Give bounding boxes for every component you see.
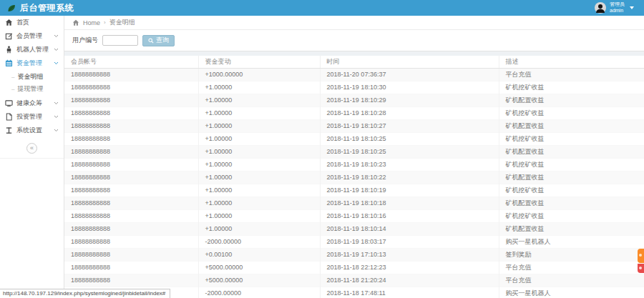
cell-time: 2018-11-19 18:10:25 bbox=[320, 145, 499, 158]
table-row: 18888888888+1000.000002018-11-20 07:36:3… bbox=[64, 68, 644, 81]
sidebar-item-funds[interactable]: 资金管理 bbox=[0, 56, 64, 70]
sidebar-item-label: 机器人管理 bbox=[16, 45, 49, 54]
cell-account: 18888888888 bbox=[64, 81, 198, 94]
cell-account: 18888888888 bbox=[64, 94, 198, 106]
sidebar-item-robots[interactable]: 机器人管理 bbox=[0, 43, 64, 56]
sidebar-item-label: 会员管理 bbox=[16, 31, 42, 41]
app-title: 后台管理系统 bbox=[20, 2, 74, 14]
avatar bbox=[595, 2, 606, 14]
cell-account: 18888888888 bbox=[64, 248, 198, 261]
cell-description: 购买一星机器人 bbox=[499, 235, 644, 248]
sidebar-collapse-button[interactable]: « bbox=[26, 143, 37, 154]
sidebar-subitem-fund-details[interactable]: 资金明细 bbox=[0, 71, 64, 83]
column-header: 资金变动 bbox=[198, 56, 320, 68]
sidebar-subitem-label: 提现管理 bbox=[17, 84, 43, 94]
cell-description: 矿机挖矿收益 bbox=[499, 81, 644, 94]
cell-time: 2018-11-19 18:10:19 bbox=[320, 184, 499, 197]
cell-description: 平台充值 bbox=[499, 261, 644, 274]
column-header: 时间 bbox=[320, 56, 499, 68]
cell-time: 2018-11-19 18:10:18 bbox=[320, 197, 499, 209]
sidebar-item-settings[interactable]: 系统设置 bbox=[0, 124, 64, 137]
cell-time: 2018-11-18 22:12:23 bbox=[320, 261, 499, 274]
column-header: 描述 bbox=[499, 56, 644, 68]
service-widget-red-tab[interactable] bbox=[638, 264, 644, 273]
cell-time: 2018-11-19 18:10:23 bbox=[320, 158, 499, 171]
cell-account: 18888888888 bbox=[64, 145, 198, 158]
cell-time: 2018-11-19 18:10:30 bbox=[320, 81, 499, 94]
sidebar-item-label: 资金管理 bbox=[16, 59, 42, 68]
chevron-down-icon bbox=[54, 34, 59, 38]
robot-icon bbox=[5, 46, 13, 54]
cell-description: 矿机配置收益 bbox=[499, 171, 644, 184]
table-body: 18888888888+1000.000002018-11-20 07:36:3… bbox=[64, 68, 644, 298]
cell-account: 18888888888 bbox=[64, 158, 198, 171]
sidebar-item-label: 首页 bbox=[16, 18, 29, 27]
search-label: 用户编号 bbox=[72, 36, 98, 45]
calendar-icon bbox=[5, 59, 13, 67]
sidebar-item-home[interactable]: 首页 bbox=[0, 16, 64, 29]
caret-down-icon bbox=[630, 6, 634, 9]
cell-time: 2018-11-19 18:10:28 bbox=[320, 106, 499, 119]
cell-amount: +1000.00000 bbox=[198, 68, 320, 81]
cell-description: 平台充值 bbox=[499, 68, 644, 81]
cell-account: 18888888888 bbox=[64, 197, 198, 209]
cell-description: 矿机挖矿收益 bbox=[499, 158, 644, 171]
sidebar-item-label: 健康众筹 bbox=[16, 99, 42, 108]
home-icon bbox=[5, 19, 13, 26]
leaf-icon bbox=[6, 4, 16, 13]
fund-details-table: 会员帐号资金变动时间描述 18888888888+1000.000002018-… bbox=[64, 56, 644, 298]
table-row: 18888888888+0.001002018-11-19 17:10:13签到… bbox=[64, 248, 644, 261]
table-row: 18888888888+1.000002018-11-19 18:10:16矿机… bbox=[64, 209, 644, 222]
cell-amount: +1.00000 bbox=[198, 145, 320, 158]
sidebar-item-investments[interactable]: 投资管理 bbox=[0, 110, 64, 124]
cell-description: 平台充值 bbox=[499, 274, 644, 287]
cell-amount: +1.00000 bbox=[198, 81, 320, 94]
cell-amount: +1.00000 bbox=[198, 222, 320, 235]
search-button[interactable]: 查询 bbox=[142, 35, 175, 46]
breadcrumb-current: 资金明细 bbox=[109, 18, 135, 27]
tv-icon bbox=[5, 99, 13, 107]
cell-time: 2018-11-19 18:10:22 bbox=[320, 171, 499, 184]
cell-description: 矿机配置收益 bbox=[499, 145, 644, 158]
cell-description: 矿机配置收益 bbox=[499, 197, 644, 209]
cell-amount: +1.00000 bbox=[198, 158, 320, 171]
breadcrumb: Home › 资金明细 bbox=[64, 16, 644, 30]
sidebar-item-crowdfunding[interactable]: 健康众筹 bbox=[0, 96, 64, 110]
cell-account: 18888888888 bbox=[64, 261, 198, 274]
status-url-bar: http://148.70.197.129/index.php/systemlo… bbox=[0, 289, 170, 298]
service-widget-orange-tab[interactable] bbox=[638, 249, 644, 263]
breadcrumb-home-link[interactable]: Home bbox=[83, 19, 100, 26]
cell-account: 18888888888 bbox=[64, 106, 198, 119]
column-header: 会员帐号 bbox=[64, 56, 198, 68]
table-row: 18888888888+1.000002018-11-19 18:10:22矿机… bbox=[64, 171, 644, 184]
cell-time: 2018-11-19 18:10:29 bbox=[320, 94, 499, 106]
sidebar-item-members[interactable]: 会员管理 bbox=[0, 29, 64, 43]
home-icon bbox=[72, 19, 79, 26]
cell-account: 18888888888 bbox=[64, 209, 198, 222]
cell-amount: -2000.00000 bbox=[198, 287, 320, 298]
cell-amount: +5000.00000 bbox=[198, 261, 320, 274]
cell-amount: +1.00000 bbox=[198, 106, 320, 119]
table-row: 18888888888+1.000002018-11-19 18:10:29矿机… bbox=[64, 94, 644, 106]
cell-time: 2018-11-18 21:20:24 bbox=[320, 274, 499, 287]
cell-time: 2018-11-19 18:10:14 bbox=[320, 222, 499, 235]
edit-icon bbox=[5, 32, 13, 40]
user-id-input[interactable] bbox=[102, 35, 138, 46]
cell-amount: +1.00000 bbox=[198, 119, 320, 132]
table-row: 18888888888+5000.000002018-11-18 22:12:2… bbox=[64, 261, 644, 274]
user-menu[interactable]: 管理员 admin bbox=[595, 1, 644, 14]
floating-service-widget[interactable] bbox=[638, 249, 644, 273]
page: 后台管理系统 管理员 admin 首页 bbox=[0, 0, 644, 298]
sidebar-submenu-funds: 资金明细 提现管理 bbox=[0, 70, 64, 96]
user-name: admin bbox=[610, 8, 625, 14]
user-texts: 管理员 admin bbox=[610, 1, 625, 14]
search-button-label: 查询 bbox=[156, 36, 169, 45]
cell-account: 18888888888 bbox=[64, 171, 198, 184]
sidebar-item-label: 系统设置 bbox=[16, 126, 42, 135]
table-row: 18888888888+1.000002018-11-19 18:10:18矿机… bbox=[64, 197, 644, 209]
cell-description: 签到奖励 bbox=[499, 248, 644, 261]
sidebar-subitem-withdrawals[interactable]: 提现管理 bbox=[0, 83, 64, 95]
table-row: 18888888888+1.000002018-11-19 18:10:25矿机… bbox=[64, 145, 644, 158]
table-header-row: 会员帐号资金变动时间描述 bbox=[64, 56, 644, 68]
cell-account: 18888888888 bbox=[64, 119, 198, 132]
